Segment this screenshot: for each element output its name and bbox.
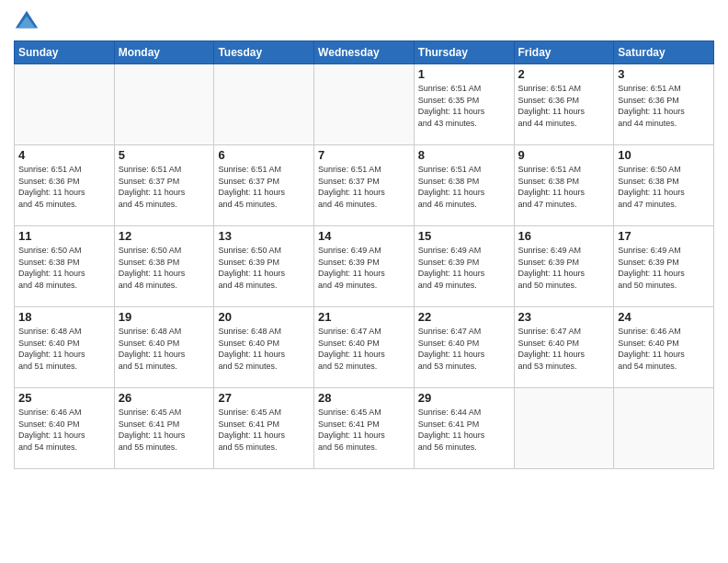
day-info: Sunrise: 6:50 AM Sunset: 6:38 PM Dayligh… <box>18 245 110 291</box>
calendar-day-cell: 6Sunrise: 6:51 AM Sunset: 6:37 PM Daylig… <box>214 145 314 226</box>
calendar-day-cell: 22Sunrise: 6:47 AM Sunset: 6:40 PM Dayli… <box>414 307 514 388</box>
day-info: Sunrise: 6:47 AM Sunset: 6:40 PM Dayligh… <box>318 326 410 372</box>
calendar-day-cell: 4Sunrise: 6:51 AM Sunset: 6:36 PM Daylig… <box>15 145 115 226</box>
day-info: Sunrise: 6:49 AM Sunset: 6:39 PM Dayligh… <box>518 245 610 291</box>
calendar-day-cell <box>15 64 115 145</box>
calendar-day-cell: 16Sunrise: 6:49 AM Sunset: 6:39 PM Dayli… <box>514 226 614 307</box>
calendar-weekday-header: Saturday <box>614 41 714 64</box>
day-number: 26 <box>119 391 210 405</box>
day-number: 4 <box>18 148 110 162</box>
day-number: 6 <box>218 148 310 162</box>
day-number: 25 <box>18 391 110 405</box>
calendar-day-cell: 5Sunrise: 6:51 AM Sunset: 6:37 PM Daylig… <box>114 145 214 226</box>
day-info: Sunrise: 6:49 AM Sunset: 6:39 PM Dayligh… <box>618 245 710 291</box>
day-number: 1 <box>418 67 510 81</box>
calendar-weekday-header: Thursday <box>414 41 514 64</box>
day-number: 2 <box>518 67 610 81</box>
day-info: Sunrise: 6:51 AM Sunset: 6:37 PM Dayligh… <box>218 164 310 210</box>
day-number: 10 <box>618 148 710 162</box>
calendar-day-cell: 19Sunrise: 6:48 AM Sunset: 6:40 PM Dayli… <box>114 307 214 388</box>
calendar-day-cell <box>514 388 614 469</box>
calendar-day-cell: 24Sunrise: 6:46 AM Sunset: 6:40 PM Dayli… <box>614 307 714 388</box>
day-number: 11 <box>18 229 110 243</box>
day-number: 19 <box>119 310 210 324</box>
logo-icon <box>14 9 40 35</box>
day-info: Sunrise: 6:51 AM Sunset: 6:36 PM Dayligh… <box>18 164 110 210</box>
calendar-day-cell: 17Sunrise: 6:49 AM Sunset: 6:39 PM Dayli… <box>614 226 714 307</box>
calendar-day-cell: 11Sunrise: 6:50 AM Sunset: 6:38 PM Dayli… <box>15 226 115 307</box>
calendar-week-row: 4Sunrise: 6:51 AM Sunset: 6:36 PM Daylig… <box>15 145 714 226</box>
day-number: 20 <box>218 310 310 324</box>
day-info: Sunrise: 6:48 AM Sunset: 6:40 PM Dayligh… <box>119 326 210 372</box>
day-info: Sunrise: 6:47 AM Sunset: 6:40 PM Dayligh… <box>518 326 610 372</box>
calendar-day-cell: 18Sunrise: 6:48 AM Sunset: 6:40 PM Dayli… <box>15 307 115 388</box>
day-info: Sunrise: 6:48 AM Sunset: 6:40 PM Dayligh… <box>218 326 310 372</box>
day-number: 12 <box>119 229 210 243</box>
calendar-week-row: 25Sunrise: 6:46 AM Sunset: 6:40 PM Dayli… <box>15 388 714 469</box>
day-info: Sunrise: 6:51 AM Sunset: 6:37 PM Dayligh… <box>318 164 410 210</box>
calendar-day-cell <box>614 388 714 469</box>
day-number: 22 <box>418 310 510 324</box>
calendar-day-cell: 14Sunrise: 6:49 AM Sunset: 6:39 PM Dayli… <box>314 226 415 307</box>
day-number: 23 <box>518 310 610 324</box>
calendar-day-cell: 13Sunrise: 6:50 AM Sunset: 6:39 PM Dayli… <box>214 226 314 307</box>
calendar-day-cell: 21Sunrise: 6:47 AM Sunset: 6:40 PM Dayli… <box>314 307 415 388</box>
day-number: 13 <box>218 229 310 243</box>
page: SundayMondayTuesdayWednesdayThursdayFrid… <box>0 0 728 563</box>
calendar-day-cell: 26Sunrise: 6:45 AM Sunset: 6:41 PM Dayli… <box>114 388 214 469</box>
day-number: 21 <box>318 310 410 324</box>
day-info: Sunrise: 6:46 AM Sunset: 6:40 PM Dayligh… <box>18 407 110 453</box>
day-number: 18 <box>18 310 110 324</box>
day-info: Sunrise: 6:51 AM Sunset: 6:36 PM Dayligh… <box>518 83 610 129</box>
calendar-week-row: 18Sunrise: 6:48 AM Sunset: 6:40 PM Dayli… <box>15 307 714 388</box>
day-number: 28 <box>318 391 410 405</box>
calendar-day-cell <box>214 64 314 145</box>
calendar-day-cell: 8Sunrise: 6:51 AM Sunset: 6:38 PM Daylig… <box>414 145 514 226</box>
calendar-day-cell: 29Sunrise: 6:44 AM Sunset: 6:41 PM Dayli… <box>414 388 514 469</box>
header <box>14 9 714 35</box>
calendar-day-cell: 12Sunrise: 6:50 AM Sunset: 6:38 PM Dayli… <box>114 226 214 307</box>
day-number: 16 <box>518 229 610 243</box>
day-number: 15 <box>418 229 510 243</box>
day-info: Sunrise: 6:51 AM Sunset: 6:38 PM Dayligh… <box>418 164 510 210</box>
day-info: Sunrise: 6:51 AM Sunset: 6:35 PM Dayligh… <box>418 83 510 129</box>
day-number: 5 <box>119 148 210 162</box>
calendar-day-cell: 20Sunrise: 6:48 AM Sunset: 6:40 PM Dayli… <box>214 307 314 388</box>
calendar-weekday-header: Friday <box>514 41 614 64</box>
day-number: 29 <box>418 391 510 405</box>
day-info: Sunrise: 6:45 AM Sunset: 6:41 PM Dayligh… <box>218 407 310 453</box>
day-info: Sunrise: 6:46 AM Sunset: 6:40 PM Dayligh… <box>618 326 710 372</box>
day-info: Sunrise: 6:51 AM Sunset: 6:36 PM Dayligh… <box>618 83 710 129</box>
logo <box>14 9 43 35</box>
calendar-day-cell: 27Sunrise: 6:45 AM Sunset: 6:41 PM Dayli… <box>214 388 314 469</box>
calendar-weekday-header: Tuesday <box>214 41 314 64</box>
calendar-day-cell <box>314 64 415 145</box>
calendar-day-cell: 28Sunrise: 6:45 AM Sunset: 6:41 PM Dayli… <box>314 388 415 469</box>
day-info: Sunrise: 6:48 AM Sunset: 6:40 PM Dayligh… <box>18 326 110 372</box>
calendar-week-row: 11Sunrise: 6:50 AM Sunset: 6:38 PM Dayli… <box>15 226 714 307</box>
day-number: 3 <box>618 67 710 81</box>
calendar-day-cell: 7Sunrise: 6:51 AM Sunset: 6:37 PM Daylig… <box>314 145 415 226</box>
day-info: Sunrise: 6:49 AM Sunset: 6:39 PM Dayligh… <box>418 245 510 291</box>
day-number: 27 <box>218 391 310 405</box>
calendar-day-cell: 15Sunrise: 6:49 AM Sunset: 6:39 PM Dayli… <box>414 226 514 307</box>
day-number: 14 <box>318 229 410 243</box>
day-number: 8 <box>418 148 510 162</box>
day-info: Sunrise: 6:51 AM Sunset: 6:38 PM Dayligh… <box>518 164 610 210</box>
calendar-day-cell: 9Sunrise: 6:51 AM Sunset: 6:38 PM Daylig… <box>514 145 614 226</box>
calendar-week-row: 1Sunrise: 6:51 AM Sunset: 6:35 PM Daylig… <box>15 64 714 145</box>
calendar-day-cell: 1Sunrise: 6:51 AM Sunset: 6:35 PM Daylig… <box>414 64 514 145</box>
day-number: 9 <box>518 148 610 162</box>
day-info: Sunrise: 6:50 AM Sunset: 6:39 PM Dayligh… <box>218 245 310 291</box>
calendar-weekday-header: Monday <box>114 41 214 64</box>
day-info: Sunrise: 6:44 AM Sunset: 6:41 PM Dayligh… <box>418 407 510 453</box>
calendar-day-cell: 3Sunrise: 6:51 AM Sunset: 6:36 PM Daylig… <box>614 64 714 145</box>
day-info: Sunrise: 6:45 AM Sunset: 6:41 PM Dayligh… <box>318 407 410 453</box>
day-number: 7 <box>318 148 410 162</box>
calendar-day-cell: 2Sunrise: 6:51 AM Sunset: 6:36 PM Daylig… <box>514 64 614 145</box>
day-info: Sunrise: 6:50 AM Sunset: 6:38 PM Dayligh… <box>618 164 710 210</box>
calendar-table: SundayMondayTuesdayWednesdayThursdayFrid… <box>14 40 714 469</box>
day-info: Sunrise: 6:49 AM Sunset: 6:39 PM Dayligh… <box>318 245 410 291</box>
day-number: 17 <box>618 229 710 243</box>
day-info: Sunrise: 6:45 AM Sunset: 6:41 PM Dayligh… <box>119 407 210 453</box>
